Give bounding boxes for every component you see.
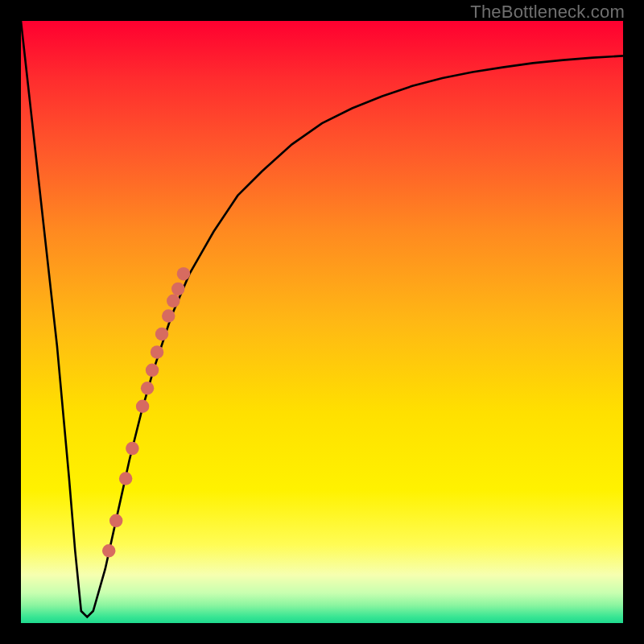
highlight-dots-group (102, 267, 190, 558)
highlight-dot (167, 295, 180, 308)
highlight-dot (151, 345, 163, 358)
highlight-dot (109, 514, 122, 527)
highlight-dot (146, 364, 159, 377)
highlight-dot (177, 267, 190, 280)
highlight-dot (126, 442, 138, 455)
chart-frame: TheBottleneck.com (0, 0, 644, 644)
highlight-dot (171, 283, 184, 295)
highlight-dot (141, 382, 154, 394)
bottleneck-curve-path (21, 21, 623, 617)
watermark-text: TheBottleneck.com (470, 2, 625, 23)
chart-svg (21, 21, 623, 623)
highlight-dot (119, 472, 132, 485)
highlight-dot (136, 399, 149, 412)
highlight-dot (155, 328, 168, 341)
highlight-dot (102, 544, 115, 557)
highlight-dot (162, 309, 175, 322)
